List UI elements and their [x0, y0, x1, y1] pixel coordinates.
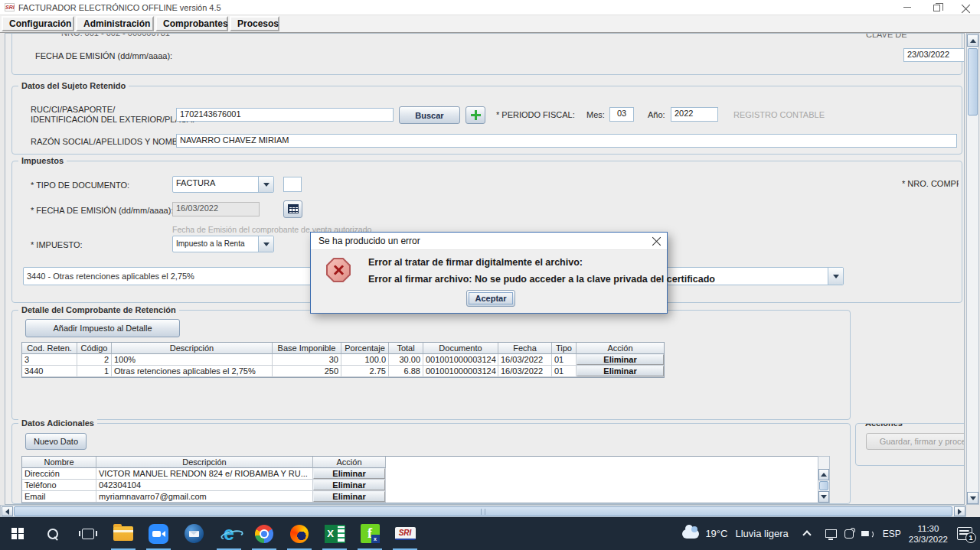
- scroll-left-icon[interactable]: [2, 506, 13, 516]
- buscar-button[interactable]: Buscar: [399, 106, 460, 124]
- table-row[interactable]: 3440 1 Otras retenciones aplicables el 2…: [22, 366, 664, 377]
- menu-comprobantes[interactable]: Comprobantes: [155, 16, 228, 31]
- clock[interactable]: 11:30 23/3/2022: [909, 523, 948, 545]
- app-logo-icon: SRI: [5, 3, 15, 11]
- taskbar-excel[interactable]: X: [317, 517, 352, 550]
- eliminar-button[interactable]: Eliminar: [313, 468, 385, 479]
- taskbar-chrome[interactable]: [247, 517, 282, 550]
- datos-adicionales-title: Datos Adicionales: [18, 418, 97, 428]
- cell-total: 30.00: [389, 354, 423, 366]
- cell-codigo: 1: [77, 366, 112, 377]
- list-item[interactable]: Email myriamnavarro7@gmail.com Eliminar: [22, 491, 826, 503]
- scrollbar-thumb[interactable]: [819, 481, 828, 490]
- col-tipo[interactable]: Tipo: [552, 343, 577, 354]
- menu-configuracion[interactable]: Configuración: [2, 16, 74, 31]
- eliminar-button[interactable]: Eliminar: [313, 491, 385, 502]
- anio-input[interactable]: 2022: [671, 107, 718, 122]
- fecha-emision-field[interactable]: 23/03/2022: [903, 48, 965, 62]
- list-item[interactable]: Dirección VICTOR MANUEL RENDON 824 e/ RI…: [22, 468, 826, 480]
- taskbar-file-explorer[interactable]: [106, 517, 141, 550]
- eliminar-button[interactable]: Eliminar: [577, 366, 664, 376]
- scroll-down-icon[interactable]: [818, 491, 829, 503]
- aceptar-button[interactable]: Aceptar: [466, 290, 515, 307]
- col-cod-reten[interactable]: Cod. Reten.: [22, 343, 77, 354]
- scrollbar-thumb[interactable]: [14, 506, 952, 516]
- col-documento[interactable]: Documento: [423, 343, 498, 354]
- taskbar-internet-explorer[interactable]: e: [211, 517, 247, 550]
- speaker-icon[interactable]: [861, 529, 874, 539]
- eliminar-button[interactable]: Eliminar: [577, 354, 664, 365]
- folder-icon: [113, 526, 133, 541]
- fecha-emision-imp-label: * FECHA DE EMISIÓN (dd/mm/aaaa):: [31, 206, 173, 215]
- cell-accion: Eliminar: [577, 354, 664, 366]
- close-icon: [962, 3, 970, 11]
- fecha-emision-label: FECHA DE EMISIÓN (dd/mm/aaaa):: [35, 51, 172, 60]
- table-row[interactable]: 3 2 100% 30 100.0 30.00 001001000003124 …: [22, 354, 664, 366]
- scroll-up-icon[interactable]: [818, 469, 829, 480]
- col-total[interactable]: Total: [389, 343, 423, 354]
- notification-center-icon[interactable]: 1: [957, 527, 972, 540]
- col-porcentaje[interactable]: Porcentaje: [341, 343, 389, 354]
- scroll-up-icon[interactable]: [967, 34, 978, 47]
- col-fecha[interactable]: Fecha: [498, 343, 552, 354]
- language-indicator[interactable]: ESP: [883, 529, 901, 539]
- col-descripcion[interactable]: Descripción: [112, 343, 273, 354]
- cell-codigo: 2: [77, 354, 112, 366]
- restore-button[interactable]: [922, 0, 951, 15]
- scroll-down-icon[interactable]: [967, 492, 978, 504]
- eliminar-button[interactable]: Eliminar: [313, 480, 385, 490]
- add-sujeto-button[interactable]: [466, 106, 485, 124]
- network-icon[interactable]: [825, 529, 837, 538]
- minimize-icon: [903, 7, 911, 8]
- weather-temp[interactable]: 19°C: [705, 528, 727, 539]
- tipo-documento-extra-field[interactable]: [283, 177, 302, 192]
- start-button[interactable]: [0, 517, 35, 550]
- ruc-input[interactable]: 1702143676001: [176, 108, 394, 122]
- col-accion[interactable]: Acción: [313, 457, 386, 468]
- taskbar-facturador[interactable]: fx: [352, 517, 387, 550]
- main-vertical-scrollbar[interactable]: [966, 33, 979, 505]
- taskbar-zoom-app[interactable]: [141, 517, 176, 550]
- taskbar-thunderbird[interactable]: [176, 517, 211, 550]
- weather-desc[interactable]: Lluvia ligera: [735, 528, 788, 539]
- anadir-impuesto-button[interactable]: Añadir Impuesto al Detalle: [25, 319, 180, 337]
- fecha-emision-imp-field[interactable]: 16/03/2022: [172, 202, 260, 216]
- dialog-title-bar[interactable]: Se ha producido un error: [311, 233, 667, 250]
- col-nombre[interactable]: Nombre: [22, 457, 96, 468]
- mes-input[interactable]: 03: [609, 107, 634, 122]
- impuesto-combo[interactable]: Impuesto a la Renta: [172, 236, 274, 252]
- guardar-firmar-button[interactable]: Guardar, firmar y procesa: [866, 433, 965, 450]
- razon-social-input[interactable]: NAVARRO CHAVEZ MIRIAM: [176, 134, 957, 148]
- adicionales-scrollbar[interactable]: [818, 456, 830, 503]
- col-accion[interactable]: Acción: [577, 343, 664, 354]
- menu-administracion[interactable]: Administración: [76, 16, 154, 31]
- combo-arrow-icon[interactable]: [258, 177, 273, 192]
- scroll-right-icon[interactable]: [954, 506, 965, 516]
- nuevo-dato-button[interactable]: Nuevo Dato: [25, 433, 87, 450]
- taskbar-firefox[interactable]: [282, 517, 317, 550]
- cell-pct: 100.0: [341, 354, 389, 366]
- taskbar-search-button[interactable]: [35, 517, 70, 550]
- plus-icon: [471, 110, 481, 120]
- col-descripcion[interactable]: Descripción: [96, 457, 313, 468]
- dialog-close-icon[interactable]: [652, 236, 661, 246]
- col-base[interactable]: Base Imponible: [273, 343, 341, 354]
- scrollbar-corner: [966, 505, 980, 517]
- chevron-up-icon[interactable]: [802, 530, 811, 539]
- horizontal-scrollbar[interactable]: [0, 505, 966, 517]
- rotation-lock-icon[interactable]: [844, 529, 854, 539]
- taskbar-sri[interactable]: SRI: [387, 517, 423, 550]
- acciones-group: Acciones Guardar, firmar y procesa: [855, 423, 965, 466]
- task-view-button[interactable]: [70, 517, 106, 550]
- combo-arrow-icon[interactable]: [828, 268, 843, 285]
- list-item[interactable]: Teléfono 042304104 Eliminar: [22, 480, 826, 491]
- combo-arrow-icon[interactable]: [258, 236, 273, 252]
- scrollbar-thumb[interactable]: [968, 48, 978, 116]
- calendar-button[interactable]: [283, 200, 302, 218]
- minimize-button[interactable]: [893, 0, 922, 15]
- periodo-fiscal-label: * PERIODO FISCAL:: [496, 110, 575, 119]
- tipo-documento-combo[interactable]: FACTURA: [172, 176, 274, 193]
- col-codigo[interactable]: Código: [77, 343, 112, 354]
- menu-procesos[interactable]: Procesos: [230, 16, 279, 31]
- close-button[interactable]: [951, 0, 980, 15]
